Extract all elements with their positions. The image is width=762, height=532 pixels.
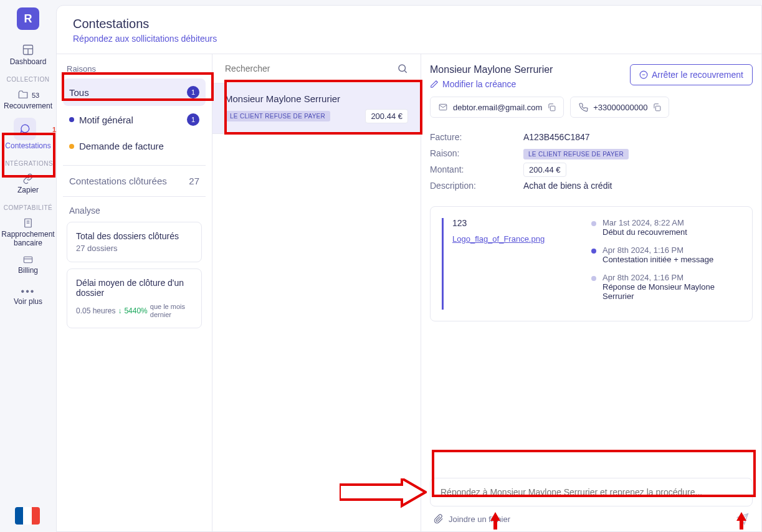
link-icon [0,173,56,184]
reason-label: Demande de facture [79,141,164,151]
page-header: Contestations Répondez aux sollicitation… [57,6,761,54]
email-text: debtor.email@gmail.com [453,103,542,112]
timeline-event: Apr 8th 2024, 1:16 PMRéponse de Monsieur… [591,273,741,301]
pencil-icon [430,80,439,88]
reason-tag: LE CLIENT REFUSE DE PAYER [523,149,629,159]
svg-point-8 [399,65,406,72]
paperclip-icon [434,514,444,524]
app-logo[interactable]: R [17,7,39,30]
reply-area: Joindre un fichier [430,478,753,525]
event-date: Apr 8th 2024, 1:16 PM [602,245,713,255]
nav-label: Recouvrement [0,102,56,110]
amount-value: 200.44 € [523,163,566,177]
locale-flag[interactable] [15,507,40,525]
bullet-icon [69,117,74,122]
stop-icon [639,70,648,79]
timeline-message: 123 [452,218,579,228]
timeline-event: Mar 1st 2024, 8:22 AMDébut du recouvreme… [591,218,741,237]
timeline-box: 123 Logo_flag_of_France.png Mar 1st 2024… [430,206,753,321]
email-chip[interactable]: debtor.email@gmail.com [430,97,564,118]
folder-icon [17,89,29,100]
reason-invoice[interactable]: Demande de facture [63,133,206,159]
reasons-label: Raisons [63,64,206,78]
closed-count: 27 [189,176,199,186]
annotation-arrow-reply [340,478,427,510]
nav-label: Rapprochement bancaire [0,230,56,247]
nav-label: Voir plus [0,297,56,306]
search-row [212,54,421,83]
nav-more[interactable]: ••• Voir plus [0,282,56,310]
main-panel: Contestations Répondez aux sollicitation… [56,5,762,532]
nav-label: Zapier [0,186,56,194]
nav-section-collection: COLLECTION [0,76,56,83]
nav-zapier[interactable]: Zapier [0,169,56,198]
stat-sub: 27 dossiers [76,244,193,253]
invoice-value: A123B456C1847 [523,132,590,142]
svg-rect-14 [656,106,661,111]
page-title: Contestations [73,17,745,31]
reason-count: 1 [187,113,199,126]
reason-count: 1 [187,86,199,98]
svg-rect-13 [551,106,556,111]
nav-recouvrement[interactable]: 53 Recouvrement [0,85,56,114]
event-text: Contestation initiée + message [602,255,713,264]
nav-dashboard[interactable]: Dashboard [0,40,56,70]
event-text: Début du recouvrement [602,227,687,237]
svg-rect-12 [439,104,447,110]
nav-rapprochement[interactable]: Rapprochement bancaire [0,214,56,251]
content-row: Raisons Tous 1 Motif général 1 Demande d… [57,54,761,531]
stop-label: Arrêter le recouvrement [652,70,743,80]
nav-label: Billing [0,266,56,275]
stat-avg-close: Délai moyen de clôture d'un dossier 0.05… [67,268,202,328]
more-dots-icon: ••• [0,286,56,297]
detail-column: Monsieur Maylone Serrurier Modifier la c… [421,54,761,531]
nav-section-integrations: INTÉGRATIONS [0,160,56,167]
contestations-badge: 1 [52,126,56,133]
reason-label: Raison: [430,148,523,158]
stat-pct: 5440% [124,306,147,315]
nav-billing[interactable]: Billing [0,251,56,278]
recouvrement-badge: 53 [32,92,39,99]
svg-rect-6 [24,257,32,262]
analysis-section: Analyse Total des dossiers clôturés 27 d… [63,196,206,328]
nav-label: Dashboard [0,57,56,66]
modify-claim-link[interactable]: Modifier la créance [430,79,553,89]
nav-section-compta: COMPTABILITÉ [0,204,56,211]
search-input[interactable] [225,64,397,74]
detail-info: Facture:A123B456C1847 Raison:LE CLIENT R… [430,129,753,194]
reasons-column: Raisons Tous 1 Motif général 1 Demande d… [57,54,212,531]
phone-text: +33000000000 [593,103,647,112]
nav-contestations[interactable]: 1 Contestations [0,114,56,154]
modify-label: Modifier la créance [442,79,516,89]
stop-recouvrement-button[interactable]: Arrêter le recouvrement [630,64,753,85]
message-icon [14,118,36,140]
copy-icon[interactable] [652,103,661,112]
search-icon[interactable] [397,63,408,74]
reason-label: Motif général [79,115,133,125]
annotation-arrow-send [735,512,748,531]
invoice-label: Facture: [430,132,523,142]
svg-marker-17 [340,478,426,506]
bullet-icon [69,144,74,149]
phone-chip[interactable]: +33000000000 [570,97,669,118]
timeline-attachment[interactable]: Logo_flag_of_France.png [452,234,579,244]
sidebar: R Dashboard COLLECTION 53 Recouvrement 1… [0,0,56,532]
analysis-label: Analyse [67,206,202,222]
list-column: Monsieur Maylone Serrurier LE CLIENT REF… [212,54,421,531]
reason-label: Tous [69,87,89,98]
card-icon [0,255,56,265]
reason-general[interactable]: Motif général 1 [63,106,206,133]
reason-tag: LE CLIENT REFUSE DE PAYER [225,111,330,121]
reply-input[interactable] [441,487,742,497]
contestation-list-item[interactable]: Monsieur Maylone Serrurier LE CLIENT REF… [212,83,421,134]
stat-title: Total des dossiers clôturés [76,231,193,241]
arrow-down-icon: ↓ [118,306,121,315]
svg-marker-18 [490,512,500,530]
stat-note: que le mois dernier [150,303,188,319]
reasons-closed[interactable]: Contestations clôturées 27 [63,165,206,196]
stat-total-closed: Total des dossiers clôturés 27 dossiers [67,222,202,262]
timeline-dot-icon [591,249,596,254]
svg-line-9 [404,70,406,72]
copy-icon[interactable] [547,103,556,112]
reason-all[interactable]: Tous 1 [63,78,206,106]
